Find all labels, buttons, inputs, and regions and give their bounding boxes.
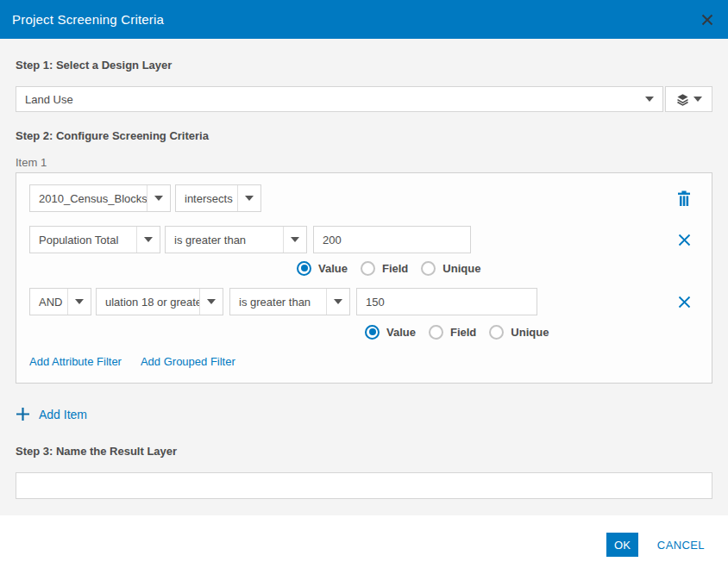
chevron-down-icon <box>334 299 342 304</box>
radio-option-value[interactable]: Value <box>297 261 348 276</box>
chevron-down-icon <box>693 97 702 102</box>
remove-filter-button[interactable] <box>678 234 691 246</box>
radio-label[interactable]: Value <box>386 326 416 339</box>
layer-picker-button[interactable] <box>665 86 712 112</box>
target-layer-select[interactable]: 2010_Census_Blocks <box>29 184 171 212</box>
conjunction-value: AND <box>30 289 67 315</box>
add-item-button[interactable]: Add Item <box>16 407 87 421</box>
spatial-operator-select[interactable]: intersects <box>175 184 261 212</box>
filter-field-value: Population Total <box>30 227 136 253</box>
radio-selected-icon[interactable] <box>365 325 380 340</box>
filter-links-row: Add Attribute Filter Add Grouped Filter <box>29 355 700 368</box>
add-item-label: Add Item <box>39 408 87 421</box>
dialog-header: Project Screening Criteria <box>0 0 728 39</box>
radio-option-unique[interactable]: Unique <box>421 261 480 276</box>
spatial-operator-value: intersects <box>176 185 237 211</box>
trash-icon <box>677 190 691 207</box>
delete-item-button[interactable] <box>677 190 691 207</box>
radio-unselected-icon[interactable] <box>429 325 443 340</box>
chevron-down-icon <box>291 237 299 242</box>
radio-option-value[interactable]: Value <box>365 325 416 340</box>
radio-label[interactable]: Value <box>318 262 348 275</box>
radio-unselected-icon[interactable] <box>361 261 375 276</box>
radio-label[interactable]: Field <box>382 262 408 275</box>
add-grouped-filter-link[interactable]: Add Grouped Filter <box>141 355 235 368</box>
conjunction-select[interactable]: AND <box>29 288 91 315</box>
filter-field-value: ulation 18 or greater <box>97 289 199 315</box>
filter-operator-select[interactable]: is greater than <box>229 288 350 315</box>
close-icon <box>700 13 714 27</box>
x-icon <box>678 296 691 309</box>
layers-icon <box>676 93 689 106</box>
radio-option-field[interactable]: Field <box>429 325 476 340</box>
plus-icon <box>16 407 30 421</box>
chevron-down-icon <box>154 196 163 201</box>
design-layer-select[interactable]: Land Use <box>16 86 663 112</box>
target-layer-value: 2010_Census_Blocks <box>30 185 147 211</box>
filter-value-input[interactable] <box>313 226 471 253</box>
radio-selected-icon[interactable] <box>297 261 311 276</box>
value-type-radio-group: Value Field Unique <box>365 324 700 340</box>
radio-label[interactable]: Field <box>450 326 476 339</box>
filter-operator-select[interactable]: is greater than <box>165 226 307 253</box>
design-layer-row: Land Use <box>16 86 712 112</box>
add-attribute-filter-link[interactable]: Add Attribute Filter <box>29 355 122 368</box>
chevron-down-icon <box>645 97 654 102</box>
attribute-filter-row: AND ulation 18 or greater is greater tha… <box>29 288 700 315</box>
dialog-body: Step 1: Select a Design Layer Land Use S… <box>0 39 728 515</box>
x-icon <box>678 234 691 246</box>
spatial-criteria-row: 2010_Census_Blocks intersects <box>29 184 700 212</box>
chevron-down-icon <box>75 299 84 304</box>
radio-option-field[interactable]: Field <box>361 261 408 276</box>
design-layer-value: Land Use <box>16 87 637 111</box>
radio-unselected-icon[interactable] <box>421 261 436 276</box>
chevron-down-icon <box>144 237 153 242</box>
ok-button[interactable]: OK <box>606 533 638 557</box>
cancel-button[interactable]: CANCEL <box>657 539 705 552</box>
value-type-radio-group: Value Field Unique <box>297 260 700 276</box>
dialog-title: Project Screening Criteria <box>12 12 164 27</box>
filter-operator-value: is greater than <box>230 289 326 315</box>
radio-option-unique[interactable]: Unique <box>489 325 549 340</box>
step2-label: Step 2: Configure Screening Criteria <box>16 129 712 142</box>
filter-value-input[interactable] <box>356 288 537 315</box>
filter-field-select[interactable]: Population Total <box>29 226 160 253</box>
radio-unselected-icon[interactable] <box>489 325 504 340</box>
item-label: Item 1 <box>16 156 712 169</box>
screening-item-card: 2010_Census_Blocks intersects <box>16 172 712 384</box>
step3-label: Step 3: Name the Result Layer <box>16 445 712 458</box>
filter-operator-value: is greater than <box>166 227 283 253</box>
dialog-footer: OK CANCEL <box>0 515 728 574</box>
chevron-down-icon <box>245 196 254 201</box>
remove-filter-button[interactable] <box>678 296 691 309</box>
result-layer-name-input[interactable] <box>16 472 712 499</box>
attribute-filter-row: Population Total is greater than <box>29 226 700 253</box>
radio-label[interactable]: Unique <box>442 262 480 275</box>
close-button[interactable] <box>699 11 716 28</box>
filter-field-select[interactable]: ulation 18 or greater <box>96 288 223 315</box>
chevron-down-icon <box>207 299 216 304</box>
project-screening-criteria-dialog: Project Screening Criteria Step 1: Selec… <box>0 0 728 574</box>
radio-label[interactable]: Unique <box>511 326 549 339</box>
step1-label: Step 1: Select a Design Layer <box>16 39 712 72</box>
